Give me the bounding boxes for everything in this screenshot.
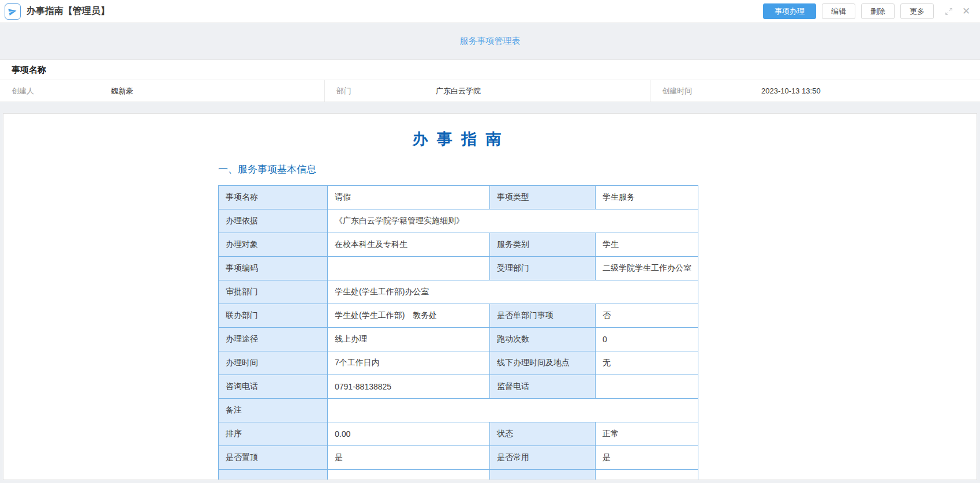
document-title: 办 事 指 南: [218, 129, 698, 149]
info-table: 事项名称请假事项类型学生服务办理依据《广东白云学院学籍管理实施细则》办理对象在校…: [218, 185, 698, 480]
field-label-cell: 联办部门: [219, 304, 328, 328]
table-row: 备注: [219, 399, 698, 422]
field-label-cell: 服务类别: [490, 233, 596, 257]
window-header: 办事指南【管理员】 事项办理 编辑 删除 更多 ✕: [0, 0, 980, 23]
field-value-cell: 线上办理: [328, 328, 490, 351]
handle-item-button[interactable]: 事项办理: [763, 3, 816, 19]
field-label-cell: 排序: [219, 422, 328, 446]
field-value-cell: 学生处(学生工作部) 教务处: [328, 304, 490, 328]
creator-field: 创建人 魏新豪: [0, 80, 324, 102]
field-label-cell: 办理时间: [219, 351, 328, 375]
field-value-cell: 无: [596, 351, 698, 375]
field-label-cell: 是否置顶: [219, 446, 328, 470]
table-row: 是否置顶是是否常用是: [219, 446, 698, 470]
create-time-value: 2023-10-13 13:50: [761, 87, 821, 95]
field-label-cell: 办理对象: [219, 233, 328, 257]
field-label-cell: 状态: [490, 422, 596, 446]
close-icon[interactable]: ✕: [960, 6, 972, 17]
field-value-cell: 请假: [328, 186, 490, 209]
field-value-cell: 0: [596, 328, 698, 351]
paper-plane-icon: [5, 3, 21, 20]
item-name-band: 事项名称: [0, 59, 980, 80]
service-item-table-link[interactable]: 服务事项管理表: [460, 36, 521, 47]
field-label-cell: 事项类型: [490, 186, 596, 209]
table-row: 排序0.00状态正常: [219, 422, 698, 446]
field-value-cell: 在校本科生及专科生: [328, 233, 490, 257]
table-row: 事项编码受理部门二级学院学生工作办公室: [219, 257, 698, 280]
department-value: 广东白云学院: [436, 86, 481, 96]
field-value-cell: 《广东白云学院学籍管理实施细则》: [328, 209, 698, 233]
field-value-cell: 是: [328, 446, 490, 470]
field-label-cell: [219, 470, 328, 481]
table-row: [219, 470, 698, 481]
creator-value: 魏新豪: [111, 86, 133, 96]
page-title: 办事指南【管理员】: [27, 5, 763, 17]
guide-document: 办 事 指 南 一、服务事项基本信息 事项名称请假事项类型学生服务办理依据《广东…: [218, 129, 698, 480]
table-row: 办理途径线上办理跑动次数0: [219, 328, 698, 351]
table-row: 办理时间7个工作日内线下办理时间及地点无: [219, 351, 698, 375]
field-label-cell: 办理途径: [219, 328, 328, 351]
delete-button[interactable]: 删除: [861, 3, 895, 19]
table-row: 联办部门学生处(学生工作部) 教务处是否单部门事项否: [219, 304, 698, 328]
field-value-cell: 学生服务: [596, 186, 698, 209]
field-label-cell: 审批部门: [219, 280, 328, 304]
field-label-cell: 跑动次数: [490, 328, 596, 351]
field-label-cell: 是否单部门事项: [490, 304, 596, 328]
table-row: 审批部门学生处(学生工作部)办公室: [219, 280, 698, 304]
table-row: 咨询电话0791-88138825监督电话: [219, 375, 698, 399]
department-field: 部门 广东白云学院: [324, 80, 650, 102]
more-button[interactable]: 更多: [900, 3, 934, 19]
field-label-cell: 是否常用: [490, 446, 596, 470]
field-label-cell: 受理部门: [490, 257, 596, 280]
field-value-cell: 学生: [596, 233, 698, 257]
field-label-cell: 事项编码: [219, 257, 328, 280]
field-value-cell: [328, 470, 490, 481]
field-value-cell: 0.00: [328, 422, 490, 446]
field-value-cell: 学生处(学生工作部)办公室: [328, 280, 698, 304]
table-row: 事项名称请假事项类型学生服务: [219, 186, 698, 209]
info-table-body: 事项名称请假事项类型学生服务办理依据《广东白云学院学籍管理实施细则》办理对象在校…: [219, 186, 698, 481]
department-label: 部门: [336, 86, 436, 96]
expand-icon[interactable]: [943, 6, 955, 17]
field-value-cell: 0791-88138825: [328, 375, 490, 399]
table-row: 办理依据《广东白云学院学籍管理实施细则》: [219, 209, 698, 233]
field-label-cell: [490, 470, 596, 481]
item-name-title: 事项名称: [12, 65, 46, 76]
field-value-cell: [596, 375, 698, 399]
field-value-cell: 正常: [596, 422, 698, 446]
edit-button[interactable]: 编辑: [822, 3, 855, 19]
field-label-cell: 咨询电话: [219, 375, 328, 399]
field-label-cell: 备注: [219, 399, 328, 422]
field-label-cell: 监督电话: [490, 375, 596, 399]
summary-info-row: 创建人 魏新豪 部门 广东白云学院 创建时间 2023-10-13 13:50: [0, 80, 980, 102]
header-actions: 事项办理 编辑 删除 更多 ✕: [763, 3, 972, 19]
field-value-cell: 二级学院学生工作办公室: [596, 257, 698, 280]
field-value-cell: [328, 257, 490, 280]
field-value-cell: 7个工作日内: [328, 351, 490, 375]
field-value-cell: 否: [596, 304, 698, 328]
field-label-cell: 事项名称: [219, 186, 328, 209]
table-row: 办理对象在校本科生及专科生服务类别学生: [219, 233, 698, 257]
creator-label: 创建人: [12, 86, 111, 96]
create-time-label: 创建时间: [662, 86, 761, 96]
field-label-cell: 办理依据: [219, 209, 328, 233]
guide-document-card: 办 事 指 南 一、服务事项基本信息 事项名称请假事项类型学生服务办理依据《广东…: [3, 113, 977, 480]
create-time-field: 创建时间 2023-10-13 13:50: [650, 80, 980, 102]
field-label-cell: 线下办理时间及地点: [490, 351, 596, 375]
section-heading-basic-info: 一、服务事项基本信息: [218, 163, 698, 176]
field-value-cell: 是: [596, 446, 698, 470]
field-value-cell: [596, 470, 698, 481]
form-link-row: 服务事项管理表: [0, 23, 980, 59]
field-value-cell: [328, 399, 698, 422]
